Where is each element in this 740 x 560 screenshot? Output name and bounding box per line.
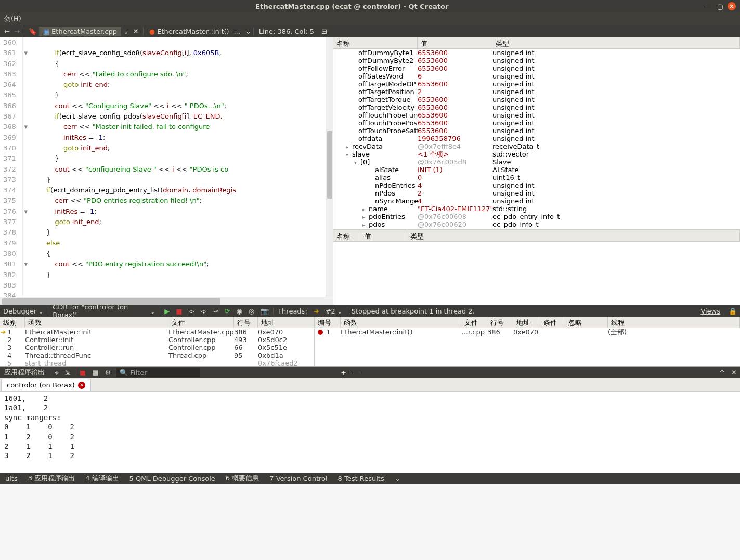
- output-text[interactable]: 1601, 2 1a01, 2 sync mangers: 0 1 0 2 1 …: [0, 392, 740, 473]
- bottom-tab[interactable]: 7 Version Control: [264, 475, 332, 483]
- watch-col-value[interactable]: 值: [361, 230, 407, 241]
- lock-views-icon[interactable]: 🔒: [725, 307, 740, 315]
- output-clear-icon[interactable]: ▦: [89, 369, 101, 376]
- bp-body[interactable]: 1 EthercatMaster::init() …r.cpp 386 0xe0…: [315, 328, 740, 366]
- menu-help[interactable]: 勿(H): [2, 14, 23, 23]
- editor-hscrollbar[interactable]: [0, 297, 333, 305]
- bp-col-ign[interactable]: 忽略: [565, 317, 608, 328]
- code-editor[interactable]: 3603613623633643653663673683693703713723…: [0, 37, 333, 305]
- maximize-button[interactable]: ▢: [717, 3, 723, 10]
- stack-row[interactable]: ➜ 1 EthercatMaster::init EthercatMaster.…: [0, 328, 314, 336]
- debug-icon[interactable]: ◎: [245, 307, 257, 315]
- local-row[interactable]: ▸pdoEntries @0x76c00608 ec_pdo_entry_inf…: [333, 213, 740, 220]
- stack-col-func[interactable]: 函数: [25, 317, 168, 328]
- symbol-breadcrumb[interactable]: ● EthercatMaster::init() -...: [146, 28, 243, 35]
- nav-fwd-button[interactable]: →: [12, 28, 22, 35]
- bp-col-func[interactable]: 函数: [341, 317, 461, 328]
- stack-body[interactable]: ➜ 1 EthercatMaster::init EthercatMaster.…: [0, 328, 314, 366]
- bottom-dropdown[interactable]: ⌄: [390, 475, 406, 483]
- stack-row[interactable]: 3 Controller::run Controller.cpp 66 0x5c…: [0, 344, 314, 351]
- bp-col-line[interactable]: 行号: [487, 317, 513, 328]
- editor-vscrollbar[interactable]: [326, 37, 333, 297]
- process-tab[interactable]: controlor (on Borax) ✕: [1, 379, 91, 391]
- local-row[interactable]: ▸pdos @0x76c00620 ec_pdo_info_t: [333, 220, 740, 228]
- bottom-tab[interactable]: 3 应用程序输出: [23, 474, 80, 483]
- breadcrumb-dropdown[interactable]: ⌄: [243, 28, 253, 35]
- stack-row[interactable]: 4 Thread::threadFunc Thread.cpp 95 0xbd1…: [0, 351, 314, 359]
- stack-col-line[interactable]: 行号: [234, 317, 258, 328]
- local-row[interactable]: offdata 1996358796 unsigned int: [333, 135, 740, 142]
- output-close-button[interactable]: ✕: [728, 369, 740, 376]
- local-row[interactable]: nSyncMangers 4 unsigned int: [333, 197, 740, 205]
- local-row[interactable]: ▾[0] @0x76c005d8 Slave: [333, 158, 740, 166]
- local-row[interactable]: alState INIT (1) ALState: [333, 166, 740, 174]
- local-row[interactable]: offSatesWord 6 unsigned int: [333, 72, 740, 80]
- bp-col-file[interactable]: 文件: [461, 317, 487, 328]
- file-tab-dropdown[interactable]: ⌄: [121, 28, 131, 35]
- bookmark-icon[interactable]: 🔖: [27, 28, 39, 35]
- bp-col-addr[interactable]: 地址: [513, 317, 540, 328]
- output-settings-icon[interactable]: ⚙: [102, 369, 114, 376]
- stack-col-level[interactable]: 级别: [0, 317, 25, 328]
- local-row[interactable]: offTargetVelocity 6553600 unsigned int: [333, 103, 740, 111]
- output-filter-input[interactable]: 🔍 Filter: [116, 368, 200, 377]
- bottom-tab[interactable]: 5 QML Debugger Console: [124, 475, 220, 483]
- file-tab[interactable]: ▣ EthercatMaster.cpp: [39, 27, 121, 36]
- local-row[interactable]: offFollowError 6553600 unsigned int: [333, 64, 740, 72]
- local-row[interactable]: offTouchProbePos1 6553600 unsigned int: [333, 119, 740, 127]
- bp-col-num[interactable]: 编号: [315, 317, 341, 328]
- bottom-tab[interactable]: ults: [0, 475, 23, 483]
- output-run-icon[interactable]: ⎆: [51, 369, 62, 376]
- local-row[interactable]: alias 0 uint16_t: [333, 174, 740, 181]
- step-over-button[interactable]: ⤼: [186, 307, 198, 315]
- output-scroll-icon[interactable]: ⇲: [62, 369, 74, 376]
- step-into-button[interactable]: ⤽: [198, 307, 210, 315]
- stack-row[interactable]: 2 Controller::init Controller.cpp 493 0x…: [0, 336, 314, 344]
- local-row[interactable]: nPdoEntries 4 unsigned int: [333, 181, 740, 189]
- output-stop-icon[interactable]: ■: [76, 369, 89, 376]
- watch-col-type[interactable]: 类型: [407, 230, 740, 241]
- fold-column[interactable]: ▾ ▾ ▾ ▾: [23, 37, 29, 297]
- stack-header[interactable]: 级别 函数 文件 行号 地址: [0, 317, 314, 328]
- watch-col-name[interactable]: 名称: [333, 230, 361, 241]
- bp-col-thr[interactable]: 线程: [608, 317, 740, 328]
- locals-body[interactable]: offDummyByte1 6553600 unsigned int offDu…: [333, 49, 740, 229]
- stack-row[interactable]: 5 start_thread 0x76fcaed2: [0, 359, 314, 366]
- local-row[interactable]: offTargetPosition 2 unsigned int: [333, 88, 740, 96]
- local-row[interactable]: ▾slave <1 个项> std::vector: [333, 150, 740, 158]
- local-row[interactable]: nPdos 2 unsigned int: [333, 189, 740, 197]
- split-button[interactable]: ⊞: [319, 28, 329, 35]
- code-body[interactable]: if(ecrt_slave_config_sdo8(slaveConfig[i]…: [29, 37, 326, 297]
- thread-selector[interactable]: #2 ⌄: [322, 307, 346, 315]
- locals-header[interactable]: 名称 值 类型: [333, 37, 740, 49]
- local-row[interactable]: offTouchProbeFunc 6553600 unsigned int: [333, 111, 740, 119]
- line-number-gutter[interactable]: 3603613623633643653663673683693703713723…: [0, 37, 23, 297]
- output-collapse-button[interactable]: ^: [716, 369, 728, 376]
- debugger-label[interactable]: Debugger ⌄: [0, 307, 47, 315]
- local-row[interactable]: ▸recvData @0x7efff8e4 receiveData_t: [333, 142, 740, 150]
- stack-col-file[interactable]: 文件: [168, 317, 234, 328]
- bp-row[interactable]: 1 EthercatMaster::init() …r.cpp 386 0xe0…: [315, 328, 740, 336]
- local-row[interactable]: offTouchProbeSatte 6553600 unsigned int: [333, 127, 740, 135]
- local-row[interactable]: ▸name "ET-Cia402-EMIF1127" std::string: [333, 205, 740, 213]
- output-add-button[interactable]: +: [337, 369, 349, 376]
- locals-col-name[interactable]: 名称: [333, 37, 418, 48]
- bottom-tab[interactable]: 8 Test Results: [333, 475, 390, 483]
- minimize-button[interactable]: —: [705, 3, 712, 10]
- stop-button[interactable]: ■: [173, 307, 185, 315]
- local-row[interactable]: offTargetModeOP 6553600 unsigned int: [333, 80, 740, 88]
- local-row[interactable]: offDummyByte2 6553600 unsigned int: [333, 57, 740, 64]
- stack-col-addr[interactable]: 地址: [258, 317, 314, 328]
- continue-button[interactable]: ▶: [161, 307, 173, 315]
- bp-col-cond[interactable]: 条件: [540, 317, 565, 328]
- watch-header[interactable]: 名称 值 类型: [333, 230, 740, 242]
- locals-col-value[interactable]: 值: [418, 37, 492, 48]
- nav-back-button[interactable]: ←: [2, 28, 12, 35]
- snapshot-button[interactable]: 📷: [257, 307, 272, 315]
- bp-header[interactable]: 编号 函数 文件 行号 地址 条件 忽略 线程: [315, 317, 740, 328]
- process-tab-close[interactable]: ✕: [78, 382, 85, 389]
- local-row[interactable]: offTargetTorque 6553600 unsigned int: [333, 96, 740, 103]
- step-out-button[interactable]: ⤻: [210, 307, 222, 315]
- locals-col-type[interactable]: 类型: [492, 37, 740, 48]
- restart-button[interactable]: ⟳: [222, 307, 233, 315]
